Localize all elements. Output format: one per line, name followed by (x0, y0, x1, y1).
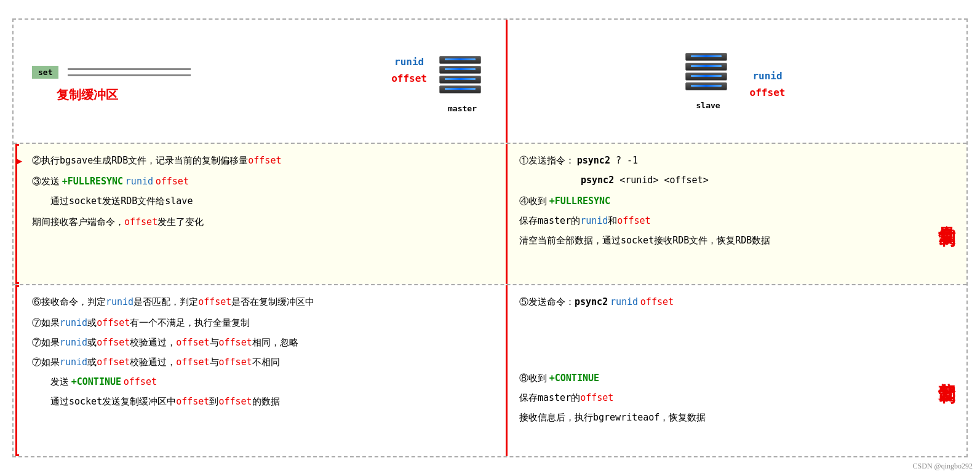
line2 (68, 74, 191, 76)
partial-slave-step8c: 接收信息后，执行bgrewriteaof，恢复数据 (519, 410, 914, 425)
slave-srv-layer-4 (685, 82, 727, 90)
full-slave-step1b: psync2 <runid> <offset> (581, 173, 914, 188)
full-sync-right-label: 全量复制 (930, 144, 966, 284)
full-sync-arrow: ► (14, 155, 25, 168)
slave-labels: runid offset (750, 70, 786, 98)
partial-master-step7b: ⑦如果runid或offset校验通过，offset与offset相同，忽略 (32, 335, 488, 350)
slave-server-icon: slave (685, 53, 731, 110)
slave-srv-layer-1 (685, 53, 727, 61)
full-slave-step1: ①发送指令： psync2 ? -1 (519, 153, 914, 168)
partial-master-step7c: ⑦如果runid或offset校验通过，offset与offset不相同 (32, 355, 488, 369)
diagram-wrapper: set 复制缓冲区 runid offset (12, 18, 968, 457)
full-sync-master-steps: ②执行bgsave生成RDB文件，记录当前的复制偏移量offset ③发送 +F… (14, 144, 504, 284)
slave-side-header: slave runid offset (504, 32, 966, 130)
slave-server-label: slave (696, 101, 720, 110)
master-runid-label: runid (391, 56, 427, 68)
full-slave-step4b: 保存master的runid和offset (519, 213, 914, 228)
main-container: set 复制缓冲区 runid offset (0, 0, 980, 474)
watermark: CSDN @qingbo292 (913, 462, 973, 471)
full-master-period: 期间接收客户端命令，offset发生了变化 (32, 215, 488, 229)
buffer-label: 复制缓冲区 (57, 87, 191, 103)
partial-sync-left-bracket (15, 285, 19, 456)
partial-sync-slave-area: ⑤发送命令：psync2 runid offset ⑧收到 +CONTINUE … (504, 285, 966, 456)
slave-srv-layer-3 (685, 73, 727, 81)
slave-runid-label: runid (750, 70, 786, 82)
master-offset-label: offset (391, 73, 427, 84)
master-side-header: set 复制缓冲区 runid offset (14, 32, 504, 130)
slave-server-stack (685, 53, 731, 99)
master-server-label: master (448, 104, 477, 113)
partial-slave-step8b: 保存master的offset (519, 390, 914, 405)
partial-master-step7a: ⑦如果runid或offset有一个不满足，执行全量复制 (32, 315, 488, 330)
set-button: set (32, 66, 58, 79)
full-master-socket: 通过socket发送RDB文件给slave (50, 194, 488, 208)
full-slave-step4: ④收到 +FULLRESYNC (519, 194, 914, 208)
partial-master-step7d: 发送 +CONTINUE offset (50, 374, 488, 389)
full-master-step2: ②执行bgsave生成RDB文件，记录当前的复制偏移量offset (32, 153, 488, 168)
full-sync-slave-area: ①发送指令： psync2 ? -1 psync2 <runid> <offse… (504, 144, 966, 284)
srv-layer-1 (439, 56, 481, 64)
partial-sync-label: 部分复制 (935, 368, 958, 373)
partial-sync-row: ⑥接收命令，判定runid是否匹配，判定offset是否在复制缓冲区中 ⑦如果r… (14, 284, 966, 456)
slave-offset-label: offset (750, 87, 786, 98)
partial-slave-step5: ⑤发送命令：psync2 runid offset (519, 294, 914, 309)
partial-master-step6: ⑥接收命令，判定runid是否匹配，判定offset是否在复制缓冲区中 (32, 294, 488, 309)
line1 (68, 68, 191, 70)
top-diagram-row: set 复制缓冲区 runid offset (14, 20, 966, 143)
full-slave-step4c: 清空当前全部数据，通过socket接收RDB文件，恢复RDB数据 (519, 233, 914, 248)
srv-layer-2 (439, 66, 481, 74)
full-sync-slave-steps: ①发送指令： psync2 ? -1 psync2 <runid> <offse… (504, 144, 930, 284)
master-labels: runid offset (391, 56, 427, 84)
buffer-lines (68, 68, 191, 76)
master-server-icon-group: master (439, 56, 485, 113)
srv-layer-3 (439, 76, 481, 84)
partial-col-divider (506, 285, 508, 456)
master-left-content: set 复制缓冲区 (32, 66, 191, 103)
set-row: set (32, 66, 191, 79)
slave-srv-layer-2 (685, 63, 727, 71)
master-server-icon: master (439, 56, 485, 113)
slave-server-icon-group: slave (685, 53, 731, 110)
master-server-stack (439, 56, 485, 102)
partial-sync-right-label: 部分复制 (930, 285, 966, 456)
full-sync-row: ► ②执行bgsave生成RDB文件，记录当前的复制偏移量offset ③发送 … (14, 143, 966, 284)
partial-sync-master-steps: ⑥接收命令，判定runid是否匹配，判定offset是否在复制缓冲区中 ⑦如果r… (14, 285, 504, 456)
column-divider (506, 20, 508, 143)
full-sync-label: 全量复制 (935, 211, 958, 216)
partial-slave-step8: ⑧收到 +CONTINUE (519, 371, 914, 385)
full-master-step3: ③发送 +FULLRESYNC runid offset (32, 174, 488, 189)
partial-master-step7e: 通过socket发送复制缓冲区中offset到offset的数据 (50, 394, 488, 409)
srv-layer-4 (439, 85, 481, 93)
partial-sync-slave-steps: ⑤发送命令：psync2 runid offset ⑧收到 +CONTINUE … (504, 285, 930, 456)
full-col-divider (506, 144, 508, 284)
master-right-content: runid offset master (391, 56, 485, 113)
